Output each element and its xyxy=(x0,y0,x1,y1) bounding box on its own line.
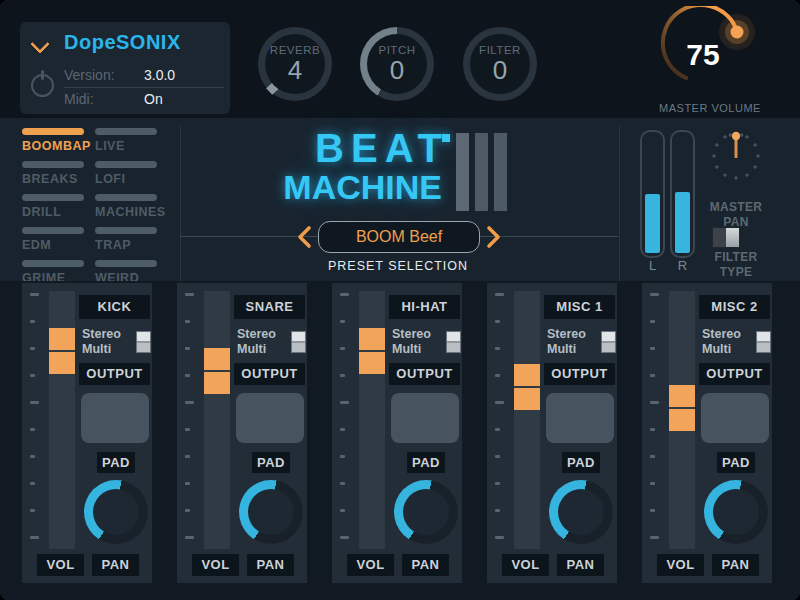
filter-knob[interactable]: FILTER 0 xyxy=(463,27,537,101)
fader-handle[interactable] xyxy=(359,328,385,376)
drum-pad[interactable] xyxy=(236,393,304,443)
pad-label: PAD xyxy=(562,452,600,473)
vol-label: VOL xyxy=(37,554,84,576)
drum-pad[interactable] xyxy=(81,393,149,443)
preset-prev-button[interactable] xyxy=(296,225,312,249)
pan-knob[interactable] xyxy=(239,480,303,544)
master-volume-label: MASTER VOLUME xyxy=(653,102,767,114)
logo-numeral-bars xyxy=(456,133,507,211)
meter-left xyxy=(640,130,665,258)
category-boombap[interactable]: BOOMBAP xyxy=(22,128,95,153)
channel-name: HI-HAT xyxy=(389,295,460,319)
pad-label: PAD xyxy=(717,452,755,473)
filter-type-label: FILTER TYPE xyxy=(700,250,772,280)
meter-left-label: L xyxy=(640,258,665,273)
category-drill[interactable]: DRILL xyxy=(22,194,95,219)
fader-scale-ticks xyxy=(650,293,659,563)
output-label: OUTPUT xyxy=(389,363,460,385)
preset-name-display[interactable]: BOOM Beef xyxy=(318,221,480,253)
master-pan-knob[interactable] xyxy=(704,128,768,192)
channel-name: SNARE xyxy=(234,295,305,319)
meter-right-fill xyxy=(675,192,690,253)
filter-type-switch[interactable] xyxy=(712,227,740,248)
pad-label: PAD xyxy=(97,452,135,473)
category-machines[interactable]: MACHINES xyxy=(95,194,166,219)
reverb-knob[interactable]: REVERB 4 xyxy=(258,27,332,101)
brand-name: DopeSONIX xyxy=(64,31,181,54)
preset-caption: PRESET SELECTION xyxy=(290,259,506,273)
fader-handle[interactable] xyxy=(669,385,695,433)
version-label: Version: xyxy=(64,64,144,87)
chevron-down-icon[interactable] xyxy=(30,34,50,54)
pan-knob[interactable] xyxy=(704,480,768,544)
preset-next-button[interactable] xyxy=(486,225,502,249)
meter-right-label: R xyxy=(670,258,695,273)
pan-label: PAN xyxy=(402,554,449,576)
pan-label: PAN xyxy=(712,554,759,576)
pitch-knob[interactable]: PITCH 0 xyxy=(360,27,434,101)
pan-knob[interactable] xyxy=(394,480,458,544)
fader-scale-ticks xyxy=(185,293,194,563)
stereo-label: Stereo xyxy=(547,327,586,342)
vol-label: VOL xyxy=(657,554,704,576)
volume-fader[interactable] xyxy=(669,291,695,549)
output-label: OUTPUT xyxy=(79,363,150,385)
volume-fader[interactable] xyxy=(49,291,75,549)
category-breaks[interactable]: BREAKS xyxy=(22,161,95,186)
channel-name: MISC 1 xyxy=(544,295,615,319)
channel-strip-snare: SNARE Stereo Multi OUTPUT PAD VOL PAN xyxy=(177,283,307,583)
fader-handle[interactable] xyxy=(49,328,75,376)
meter-right xyxy=(670,130,695,258)
master-volume-value: 75 xyxy=(653,38,753,72)
header-bar: DopeSONIX Version: 3.0.0 Midi: On REVERB… xyxy=(0,0,800,118)
reverb-value: 4 xyxy=(265,56,325,84)
logo-line2: MACHINE xyxy=(283,168,442,206)
stereo-multi-switch[interactable] xyxy=(136,331,151,353)
fader-handle[interactable] xyxy=(514,364,540,412)
channel-strip-row: KICK Stereo Multi OUTPUT PAD VOL PAN SNA… xyxy=(0,281,800,600)
multi-label: Multi xyxy=(392,342,431,357)
category-lofi[interactable]: LOFI xyxy=(95,161,166,186)
multi-label: Multi xyxy=(82,342,121,357)
pan-knob[interactable] xyxy=(549,480,613,544)
stereo-label: Stereo xyxy=(702,327,741,342)
logo: BEAT MACHINE III xyxy=(292,128,507,214)
drum-pad[interactable] xyxy=(701,393,769,443)
volume-fader[interactable] xyxy=(359,291,385,549)
volume-fader[interactable] xyxy=(514,291,540,549)
master-panel-divider xyxy=(619,125,620,281)
volume-fader[interactable] xyxy=(204,291,230,549)
stereo-multi-switch[interactable] xyxy=(291,331,306,353)
power-icon[interactable] xyxy=(31,74,54,97)
pan-label: PAN xyxy=(92,554,139,576)
channel-name: KICK xyxy=(79,295,150,319)
category-trap[interactable]: TRAP xyxy=(95,227,166,252)
vol-label: VOL xyxy=(347,554,394,576)
stereo-multi-switch[interactable] xyxy=(756,331,771,353)
channel-strip-hi-hat: HI-HAT Stereo Multi OUTPUT PAD VOL PAN xyxy=(332,283,462,583)
stereo-multi-switch[interactable] xyxy=(601,331,616,353)
stereo-multi-switch[interactable] xyxy=(446,331,461,353)
midi-label: Midi: xyxy=(64,88,144,111)
category-live[interactable]: LIVE xyxy=(95,128,166,153)
drum-pad[interactable] xyxy=(391,393,459,443)
channel-name: MISC 2 xyxy=(699,295,770,319)
output-label: OUTPUT xyxy=(234,363,305,385)
channel-strip-kick: KICK Stereo Multi OUTPUT PAD VOL PAN xyxy=(22,283,152,583)
midi-value[interactable]: On xyxy=(144,88,163,111)
logo-tick xyxy=(442,134,450,142)
stereo-label: Stereo xyxy=(82,327,121,342)
meter-left-fill xyxy=(645,194,660,253)
filter-value: 0 xyxy=(470,56,530,84)
pad-label: PAD xyxy=(252,452,290,473)
pan-knob[interactable] xyxy=(84,480,148,544)
output-label: OUTPUT xyxy=(544,363,615,385)
master-volume-knob[interactable]: 75 MASTER VOLUME xyxy=(653,6,767,116)
fader-scale-ticks xyxy=(30,293,39,563)
master-pan-label: MASTER PAN xyxy=(700,200,772,230)
fader-handle[interactable] xyxy=(204,348,230,396)
category-edm[interactable]: EDM xyxy=(22,227,95,252)
pan-label: PAN xyxy=(557,554,604,576)
multi-label: Multi xyxy=(702,342,741,357)
drum-pad[interactable] xyxy=(546,393,614,443)
